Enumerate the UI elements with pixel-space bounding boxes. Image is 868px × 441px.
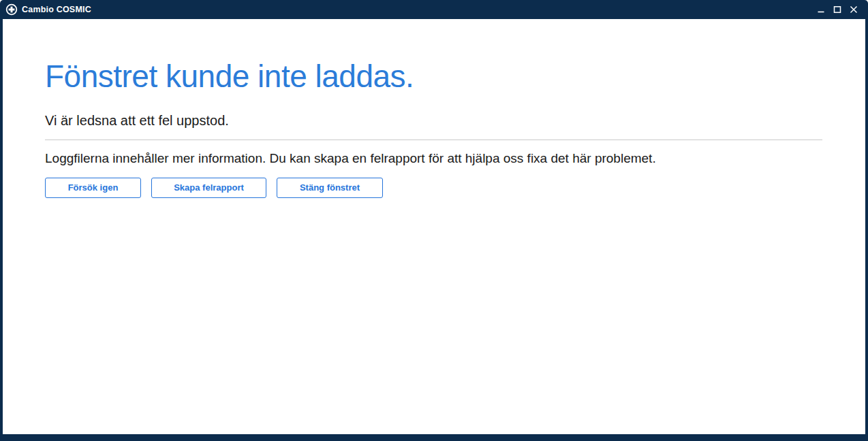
create-error-report-button[interactable]: Skapa felrapport	[151, 178, 266, 198]
error-heading: Fönstret kunde inte laddas.	[45, 59, 822, 95]
close-icon[interactable]	[848, 3, 860, 16]
app-window: Cambio COSMIC Fönstret kunde inte ladda	[0, 0, 868, 441]
titlebar[interactable]: Cambio COSMIC	[0, 0, 868, 19]
cambio-cosmic-logo-icon	[5, 3, 18, 16]
maximize-icon[interactable]	[831, 3, 843, 16]
window-title: Cambio COSMIC	[22, 5, 91, 14]
error-description: Loggfilerna innehåller mer information. …	[45, 151, 822, 166]
retry-button[interactable]: Försök igen	[45, 178, 141, 198]
close-window-button[interactable]: Stäng fönstret	[277, 178, 383, 198]
minimize-icon[interactable]	[815, 3, 827, 16]
divider	[45, 140, 822, 140]
window-controls	[815, 3, 863, 16]
error-panel: Fönstret kunde inte laddas. Vi är ledsna…	[3, 19, 865, 434]
error-subheading: Vi är ledsna att ett fel uppstod.	[45, 113, 822, 129]
action-button-row: Försök igen Skapa felrapport Stäng fönst…	[45, 178, 822, 198]
